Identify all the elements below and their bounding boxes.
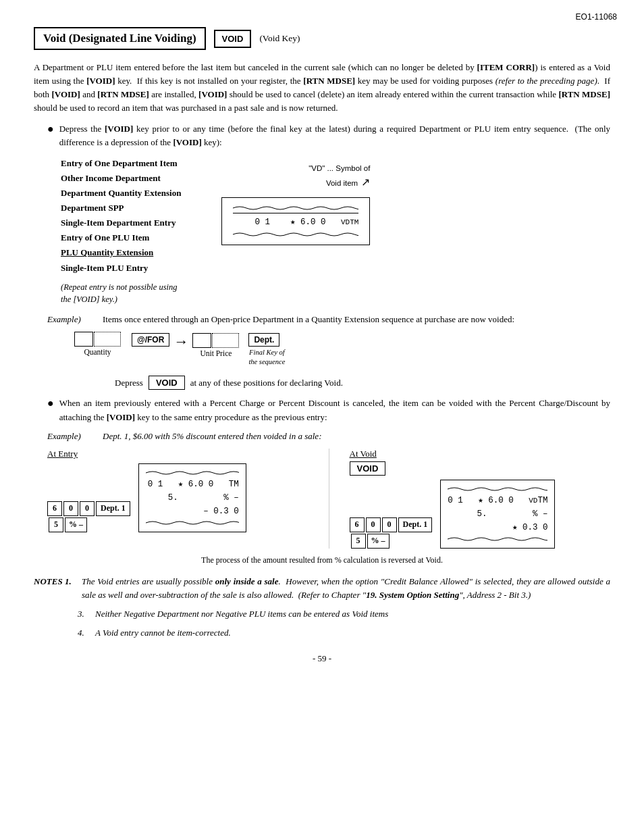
at-void-label: At Void: [350, 449, 611, 459]
wavy-entry-top: [146, 470, 239, 476]
key-0-1: 0: [63, 501, 78, 516]
notes-title-1: NOTES 1.: [34, 575, 78, 602]
bullet-section-2: ● When an item previously entered with a…: [47, 397, 610, 424]
dept-group: Dept. Final Key ofthe sequence: [248, 333, 285, 366]
entry-and-display: Entry of One Department Item Other Incom…: [61, 156, 610, 276]
example2-label-row: Example) Dept. 1, $6.00 with 5% discount…: [47, 431, 610, 442]
void-keys-group: 6 0 0 Dept. 1 5 % –: [350, 517, 433, 549]
example1-section: Example) Items once entered through an O…: [34, 314, 610, 325]
entry-list-item-2: Other Income Department: [61, 171, 181, 186]
at-void-col: At Void VOID 6 0 0 Dept. 1 5 % –: [350, 449, 611, 549]
key-pct-minus: % –: [65, 517, 87, 532]
bottom-keys: 5 % –: [49, 517, 130, 532]
two-col-example: At Entry 6 0 0 Dept. 1 5 % – 0 1 ★ 6.0 0…: [47, 449, 610, 549]
entry-list: Entry of One Department Item Other Incom…: [61, 156, 181, 276]
void-key-6: 6: [350, 517, 365, 532]
wavy-entry-bottom: [146, 520, 239, 526]
entry-list-item-8: Single-Item PLU Entry: [61, 261, 181, 276]
dept-key: Dept.: [248, 333, 279, 347]
void-top-keys: 6 0 0 Dept. 1: [350, 517, 433, 532]
unit-price-label: Unit Price: [192, 349, 239, 357]
depress-text: Depress: [115, 378, 143, 388]
col-divider: [329, 449, 329, 549]
at-for-group: @/FOR: [132, 333, 169, 347]
example2-sub: Dept. 1, $6.00 with 5% discount entered …: [103, 431, 321, 442]
title-section: Void (Designated Line Voiding) VOID (Voi…: [34, 27, 610, 50]
display-reading: 0 1 ★ 6.0 0 VDTM: [233, 213, 358, 230]
example1-label-row: Example) Items once entered through an O…: [47, 314, 610, 325]
bullet-content-1: Depress the [VOID] key prior to or any t…: [59, 122, 610, 149]
void-group: VOID 6 0 0 Dept. 1 5 % –: [350, 463, 611, 549]
void-bottom-keys: 5 % –: [351, 534, 433, 549]
receipt-display: 0 1 ★ 6.0 0 VDTM: [221, 197, 370, 245]
unit-price-group: Unit Price: [192, 333, 239, 357]
bullet-item-2: ● When an item previously entered with a…: [47, 397, 610, 424]
diagram1-top-row: Quantity @/FOR → Unit Price Dept. Final …: [74, 332, 610, 366]
wavy-void-top: [448, 486, 547, 492]
void-display-line3: ★ 0.3 0: [448, 521, 547, 534]
qty-boxes: [74, 332, 121, 347]
void-key-pct: % –: [367, 534, 390, 549]
entry-list-item-7: PLU Quantity Extension: [61, 245, 181, 260]
unit-price-box1: [192, 333, 211, 348]
example1-text: Items once entered through an Open-price…: [103, 314, 514, 325]
bullet-dot-2: ●: [47, 397, 54, 424]
void-key-label: (Void Key): [259, 33, 300, 44]
wavy-void-bottom: [448, 536, 547, 542]
bullet-dot-1: ●: [47, 122, 54, 149]
key-6: 6: [47, 501, 62, 516]
note-item-1: NOTES 1. The Void entries are usually po…: [34, 575, 610, 602]
void-key-at-void: VOID: [350, 461, 386, 476]
process-note: The process of the amount resulted from …: [34, 555, 610, 565]
arrow-right: →: [173, 333, 188, 351]
wavy-bottom: [233, 232, 358, 237]
void-display: 0 1 ★ 6.0 0 VDTM 5. % – ★ 0.3 0: [440, 480, 555, 549]
void-key-0-2: 0: [382, 517, 397, 532]
void-key-5: 5: [351, 534, 366, 549]
note-3-num: 3.: [78, 607, 91, 621]
display-symbol-note: "VD" ... Symbol ofVoid item ↗: [221, 163, 370, 191]
qty-box1: [74, 332, 93, 347]
key-0-2: 0: [80, 501, 95, 516]
note-4-text: A Void entry cannot be item-corrected.: [95, 626, 231, 640]
void-key-dept1: Dept. 1: [398, 517, 433, 532]
key-5: 5: [49, 517, 63, 532]
example1-label: Example): [47, 314, 95, 325]
qty-label: Quantity: [74, 348, 121, 356]
key-dept1: Dept. 1: [96, 501, 130, 516]
notes-section: NOTES 1. The Void entries are usually po…: [34, 575, 610, 640]
entry-keys-group: 6 0 0 Dept. 1 5 % –: [47, 501, 130, 532]
entry-display-line1: 0 1 ★ 6.0 0 TM: [146, 478, 239, 491]
entry-list-item-5: Single-Item Department Entry: [61, 215, 181, 230]
entry-list-item-6: Entry of One PLU Item: [61, 230, 181, 245]
note-4-num: 4.: [78, 626, 91, 640]
entry-list-item-1: Entry of One Department Item: [61, 156, 181, 171]
top-keys: 6 0 0 Dept. 1: [47, 501, 130, 516]
note-item-4: 4. A Void entry cannot be item-corrected…: [78, 626, 610, 640]
note-3-text: Neither Negative Department nor Negative…: [95, 607, 388, 621]
qty-box2: [94, 332, 121, 347]
wavy-top: [233, 205, 358, 211]
entry-display-line2: 5. % –: [146, 491, 239, 505]
void-display-line2: 5. % –: [448, 507, 547, 521]
void-display-line1: 0 1 ★ 6.0 0 VDTM: [448, 494, 547, 507]
at-entry-col: At Entry 6 0 0 Dept. 1 5 % – 0 1 ★ 6.0 0…: [47, 449, 308, 535]
note-1-text: The Void entries are usually possible on…: [82, 575, 610, 602]
unit-price-boxes: [192, 333, 239, 348]
body-paragraph: A Department or PLU item entered before …: [34, 61, 610, 116]
final-key-label: Final Key ofthe sequence: [248, 348, 285, 366]
at-for-key: @/FOR: [132, 333, 169, 347]
entry-keys-row: 6 0 0 Dept. 1 5 % – 0 1 ★ 6.0 0 TM 5. % …: [47, 463, 308, 532]
example2-label: Example): [47, 431, 95, 442]
diagram1-container: Quantity @/FOR → Unit Price Dept. Final …: [74, 332, 610, 390]
void-key-button: VOID: [214, 30, 252, 48]
note-item-3: 3. Neither Negative Department nor Negat…: [78, 607, 610, 621]
void-key-0-1: 0: [366, 517, 381, 532]
bullet-section-1: ● Depress the [VOID] key prior to or any…: [47, 122, 610, 149]
unit-price-box2: [212, 333, 239, 348]
at-entry-label: At Entry: [47, 449, 308, 459]
entry-display-line3: – 0.3 0: [146, 505, 239, 518]
depress-note: at any of these positions for declaring …: [190, 378, 343, 388]
bullet-content-2: When an item previously entered with a P…: [59, 397, 610, 424]
bullet-item-1: ● Depress the [VOID] key prior to or any…: [47, 122, 610, 149]
